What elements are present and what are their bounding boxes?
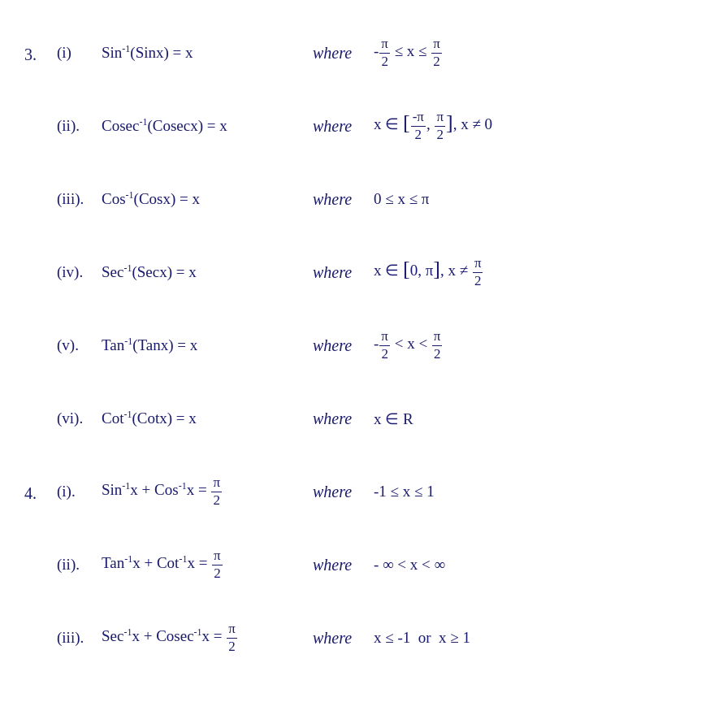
condition: -1 ≤ x ≤ 1 [374, 483, 435, 500]
where-label: where [313, 629, 374, 648]
condition: - ∞ < x < ∞ [374, 556, 445, 574]
where-label: where [313, 556, 374, 574]
condition: 0 ≤ x ≤ π [374, 190, 429, 208]
section-number [24, 385, 57, 411]
table-row: (ii).Cosec-1(Cosecx) = xwherex ∈ [-π2, π… [24, 89, 686, 162]
table-row: 3.(i)Sin-1(Sinx) = xwhere-π2 ≤ x ≤ π2 [24, 16, 686, 89]
formula: Sin-1x + Cos-1x = π2 [102, 474, 313, 509]
item-label: (iii). [57, 190, 102, 208]
formula: Sin-1(Sinx) = x [102, 43, 313, 62]
section-number [24, 166, 57, 192]
formula: Sec-1x + Cosec-1x = π2 [102, 621, 313, 655]
item-label: (iv). [57, 263, 102, 281]
item-label: (iii). [57, 629, 102, 647]
section-number [24, 531, 57, 557]
where-label: where [313, 410, 374, 428]
section-4: 4.(i).Sin-1x + Cos-1x = π2where-1 ≤ x ≤ … [24, 455, 686, 674]
table-row: (iv).Sec-1(Secx) = xwherex ∈ [0, π], x ≠… [24, 236, 686, 309]
formula: Cot-1(Cotx) = x [102, 409, 313, 427]
where-label: where [313, 263, 374, 282]
condition: -π2 ≤ x ≤ π2 [374, 36, 443, 70]
condition: x ∈ [0, π], x ≠ π2 [374, 255, 483, 289]
section-number: 3. [24, 20, 57, 64]
formula: Cos-1(Cosx) = x [102, 189, 313, 208]
section-number [24, 239, 57, 265]
item-label: (ii). [57, 117, 102, 135]
section-number [24, 312, 57, 338]
where-label: where [313, 483, 374, 501]
where-label: where [313, 190, 374, 209]
formula: Sec-1(Secx) = x [102, 262, 313, 281]
formula: Tan-1(Tanx) = x [102, 336, 313, 354]
condition: x ∈ [-π2, π2], x ≠ 0 [374, 109, 492, 143]
table-row: 4.(i).Sin-1x + Cos-1x = π2where-1 ≤ x ≤ … [24, 455, 686, 528]
formula: Cosec-1(Cosecx) = x [102, 116, 313, 135]
condition: x ≤ -1 or x ≥ 1 [374, 629, 470, 647]
table-row: (ii).Tan-1x + Cot-1x = π2where- ∞ < x < … [24, 528, 686, 601]
condition: x ∈ R [374, 410, 413, 428]
where-label: where [313, 117, 374, 136]
page: 3.(i)Sin-1(Sinx) = xwhere-π2 ≤ x ≤ π2(ii… [24, 16, 686, 674]
section-3: 3.(i)Sin-1(Sinx) = xwhere-π2 ≤ x ≤ π2(ii… [24, 16, 686, 455]
item-label: (i) [57, 44, 102, 62]
item-label: (v). [57, 336, 102, 354]
item-label: (vi). [57, 410, 102, 427]
where-label: where [313, 336, 374, 355]
item-label: (i). [57, 483, 102, 500]
formula: Tan-1x + Cot-1x = π2 [102, 548, 313, 582]
table-row: (v).Tan-1(Tanx) = xwhere-π2 < x < π2 [24, 309, 686, 382]
item-label: (ii). [57, 556, 102, 574]
section-number: 4. [24, 458, 57, 503]
table-row: (vi).Cot-1(Cotx) = xwherex ∈ R [24, 382, 686, 455]
section-number [24, 93, 57, 119]
table-row: (iii).Cos-1(Cosx) = xwhere0 ≤ x ≤ π [24, 162, 686, 236]
condition: -π2 < x < π2 [374, 328, 443, 362]
section-number [24, 604, 57, 630]
table-row: (iii).Sec-1x + Cosec-1x = π2wherex ≤ -1 … [24, 601, 686, 674]
where-label: where [313, 44, 374, 63]
